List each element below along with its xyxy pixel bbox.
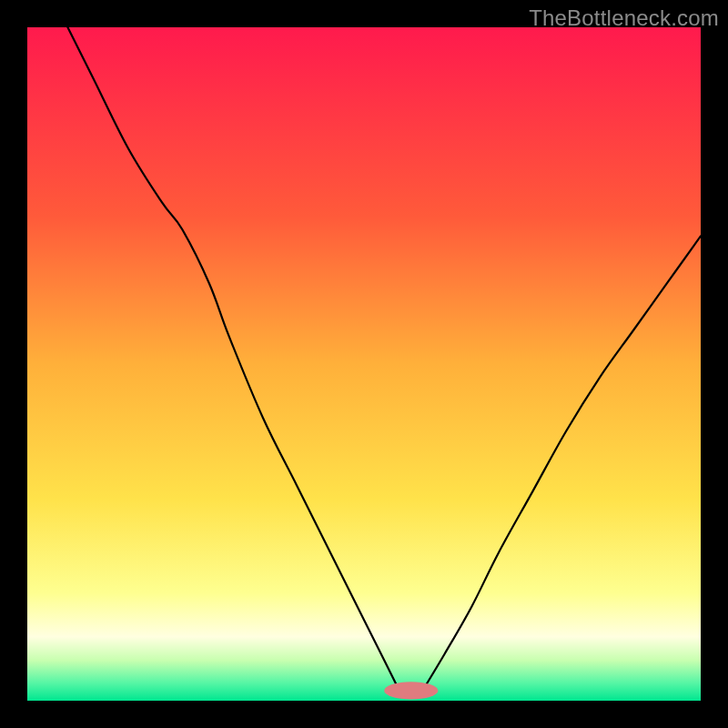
- plot-area: [27, 27, 701, 701]
- chart-svg: [27, 27, 701, 701]
- bottom-pill-marker: [384, 682, 438, 699]
- chart-frame: TheBottleneck.com: [0, 0, 728, 728]
- chart-background: [27, 27, 701, 701]
